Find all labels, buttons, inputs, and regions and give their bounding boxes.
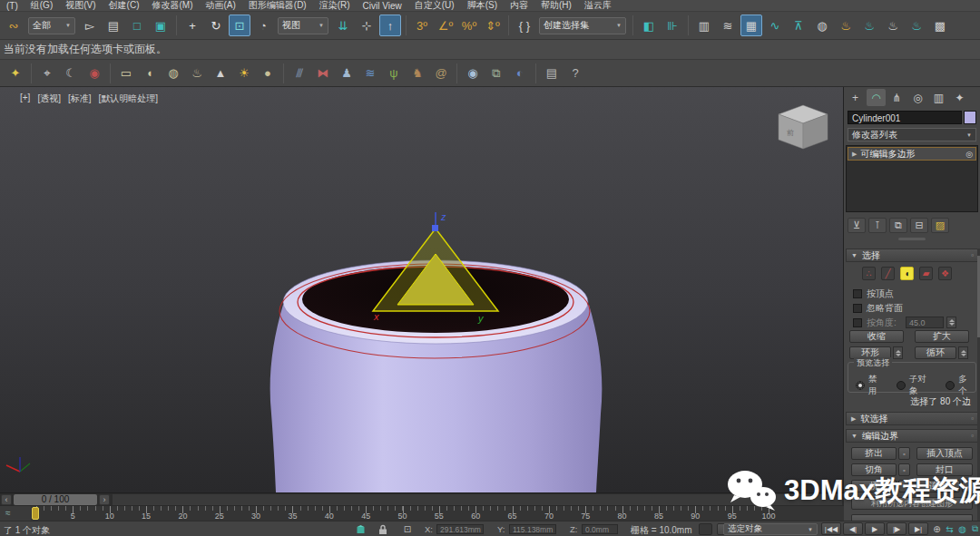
element-mode-icon[interactable]: ❖ [938,267,952,280]
modify-tab[interactable]: ◠ [867,89,886,106]
percent-snap-icon[interactable]: %º [458,15,480,36]
material-editor-icon[interactable]: ◍ [811,15,833,36]
menu-item-7[interactable]: 渲染(R) [313,0,357,12]
rendered-frame-icon[interactable]: ♨ [858,15,880,36]
teapot-primitive-icon[interactable]: ♨ [186,63,208,84]
cone-primitive-icon[interactable]: ▲ [210,63,231,84]
z-coord-field[interactable]: 0.0mm [582,524,618,534]
bridge-settings-button[interactable]: ▫ [898,480,910,492]
angle-spinner[interactable] [946,317,956,328]
texture-images-icon[interactable]: ⧉ [485,63,507,84]
modifier-stack[interactable]: ▶ 可编辑多边形 ◎ [846,145,978,212]
rollout-pin-icon[interactable]: ▫ [971,414,974,423]
extrude-button[interactable]: 挤出 [851,447,897,460]
menu-item-2[interactable]: 视图(V) [59,0,102,12]
bridge-button[interactable]: 桥 [851,480,897,492]
object-name-field[interactable]: Cylinder001 [848,111,962,124]
select-and-link-icon[interactable]: ∾ [3,15,24,36]
maximize-viewport-icon[interactable]: ⧉ [969,522,980,535]
show-end-result-icon[interactable]: ⊺ [868,218,887,233]
motion-tab[interactable]: ◎ [908,89,927,106]
menu-item-4[interactable]: 修改器(M) [145,0,199,12]
previous-frame-button[interactable]: ◀| [843,522,863,535]
pin-stack-icon[interactable]: ⊻ [848,218,866,233]
visibility-bulb-icon[interactable]: ◎ [965,150,973,159]
menu-item-6[interactable]: 图形编辑器(D) [242,0,313,12]
rain-icon[interactable]: ⫻ [289,63,310,84]
ignore-backfacing-checkbox[interactable] [853,304,862,313]
menu-item-11[interactable]: 内容 [504,0,534,12]
shrink-button[interactable]: 收缩 [849,330,904,343]
align-icon[interactable]: ⊪ [662,15,683,36]
selection-lock-icon[interactable] [377,523,389,535]
viewport-shading-menu[interactable]: [默认明暗处理] [99,93,159,105]
spinner-snap-icon[interactable]: ⇕º [482,15,504,36]
render-production-icon[interactable]: ♨ [882,15,904,36]
menu-item-1[interactable]: 组(G) [24,0,59,12]
reference-coordinate-dropdown[interactable]: 视图▼ [278,17,328,34]
edge-mode-icon[interactable]: ╱ [881,267,895,280]
utilities-tab[interactable]: ✦ [950,89,969,106]
ribbon-toggle-icon[interactable]: ▦ [740,15,762,36]
previous-key-arrow[interactable]: ‹ [1,494,12,505]
selection-filter-dropdown[interactable]: 全部▼ [28,17,75,34]
vertex-mode-icon[interactable]: ∴ [862,267,876,280]
menu-item-10[interactable]: 脚本(S) [461,0,504,12]
moon-icon[interactable]: ☾ [60,63,82,84]
rig-icon[interactable]: ♟ [336,63,358,84]
physical-camera-icon[interactable]: ⌖ [36,63,58,84]
snail-icon[interactable]: @ [430,63,452,84]
viewport-pov-menu[interactable]: [透视] [37,93,61,105]
curve-editor-icon[interactable]: ∿ [764,15,786,36]
grow-button[interactable]: 扩大 [915,330,969,343]
create-shape-from-selection-button[interactable]: 利用所选内容创建图形 [851,497,973,510]
border-mode-icon[interactable]: ◖ [900,267,914,280]
expand-arrow-icon[interactable]: ▶ [852,151,857,158]
perspective-viewport[interactable]: [+] [透视] [标准] [默认明暗处理] [0,87,844,492]
by-vertex-checkbox[interactable] [853,289,862,298]
viewport-general-menu[interactable]: [+] [20,93,30,105]
named-selection-sets-dropdown[interactable]: 创建选择集▼ [539,17,626,34]
select-and-manipulate-icon[interactable]: ⊹ [356,15,377,36]
modifier-list-dropdown[interactable]: 修改器列表 ▼ [848,128,976,141]
menu-item-12[interactable]: 帮助(H) [534,0,578,12]
molecule-icon[interactable]: ⧓ [312,63,334,84]
schematic-view-icon[interactable]: ⊼ [788,15,809,36]
soft-selection-rollout-header[interactable]: ▶ 软选择 ▫ [846,412,978,425]
by-angle-checkbox[interactable] [853,318,862,327]
render-iterative-icon[interactable]: ♨ [906,15,927,36]
mirror-icon[interactable]: ◧ [638,15,660,36]
ring-spinner[interactable] [893,346,903,359]
pivot-point-icon[interactable]: ◔ [252,15,274,36]
object-color-swatch[interactable] [964,111,976,124]
go-to-end-button[interactable]: ▶| [908,522,928,535]
window-crossing-icon[interactable]: ▣ [150,15,172,36]
rollout-pin-icon[interactable]: ▫ [971,251,974,259]
time-slider-handle[interactable] [32,507,39,520]
make-unique-icon[interactable]: ⧉ [889,218,907,233]
open-in-cloud-icon[interactable]: ▩ [929,15,951,36]
connect-button[interactable]: 连接 [916,480,960,492]
panel-divider-grip[interactable] [898,238,926,240]
chamfer-settings-button[interactable]: ▫ [898,463,910,476]
rectangular-selection-icon[interactable]: □ [126,15,148,36]
configure-modifier-sets-icon[interactable]: ▨ [931,218,949,233]
fish-icon[interactable]: ≋ [359,63,381,84]
help-icon[interactable]: ? [564,63,586,84]
next-frame-button[interactable]: |▶ [887,522,906,535]
time-slider[interactable]: 0 / 100 [14,494,97,505]
remove-modifier-icon[interactable]: ⊟ [910,218,928,233]
create-light-icon[interactable]: ✦ [5,63,26,84]
x-coord-field[interactable]: 291.613mm [436,524,484,534]
disc-primitive-icon[interactable]: ● [257,63,279,84]
menu-item-8[interactable]: Civil View [357,1,408,11]
scene-explorer-icon[interactable]: ▥ [693,15,715,36]
layer-explorer-icon[interactable]: ≋ [717,15,739,36]
blob-primitive-icon[interactable]: ◖ [139,63,161,84]
viewport-type-menu[interactable]: [标准] [68,93,92,105]
sun-icon[interactable]: ☀ [233,63,255,84]
render-preview-icon[interactable]: ◐ [509,63,531,84]
snap-toggle-3d-icon[interactable]: 3º [411,15,433,36]
menu-item-0[interactable]: (T) [0,1,24,11]
orbit-icon[interactable]: ◍ [956,522,968,535]
